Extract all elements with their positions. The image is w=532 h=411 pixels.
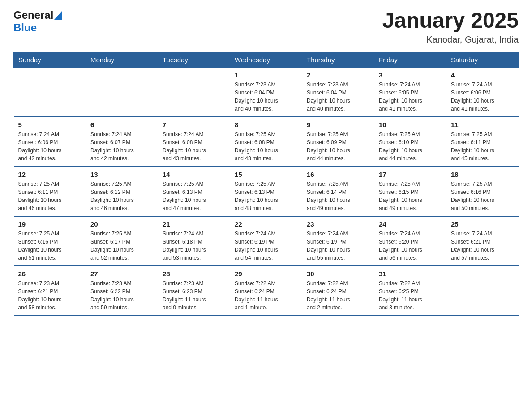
column-header-wednesday: Wednesday (230, 52, 302, 67)
calendar-cell: 18Sunrise: 7:25 AM Sunset: 6:16 PM Dayli… (446, 167, 519, 216)
day-number: 28 (163, 270, 225, 278)
day-info: Sunrise: 7:24 AM Sunset: 6:07 PM Dayligh… (90, 130, 153, 163)
day-info: Sunrise: 7:24 AM Sunset: 6:06 PM Dayligh… (451, 81, 514, 113)
day-info: Sunrise: 7:25 AM Sunset: 6:10 PM Dayligh… (379, 130, 442, 163)
day-info: Sunrise: 7:25 AM Sunset: 6:14 PM Dayligh… (307, 180, 369, 212)
day-number: 12 (18, 171, 82, 178)
calendar-cell: 2Sunrise: 7:23 AM Sunset: 6:04 PM Daylig… (302, 67, 374, 117)
day-number: 17 (379, 171, 442, 178)
day-number: 15 (235, 171, 297, 178)
calendar-cell: 12Sunrise: 7:25 AM Sunset: 6:11 PM Dayli… (14, 167, 86, 216)
calendar-cell (14, 67, 86, 117)
calendar-week-row: 1Sunrise: 7:23 AM Sunset: 6:04 PM Daylig… (14, 67, 519, 117)
day-info: Sunrise: 7:25 AM Sunset: 6:13 PM Dayligh… (163, 180, 225, 212)
calendar-cell: 25Sunrise: 7:24 AM Sunset: 6:21 PM Dayli… (446, 216, 519, 266)
day-number: 24 (379, 220, 442, 228)
day-info: Sunrise: 7:25 AM Sunset: 6:11 PM Dayligh… (18, 180, 82, 212)
day-number: 29 (235, 270, 297, 278)
day-info: Sunrise: 7:23 AM Sunset: 6:21 PM Dayligh… (18, 279, 82, 312)
calendar-table: SundayMondayTuesdayWednesdayThursdayFrid… (13, 52, 519, 316)
calendar-cell: 5Sunrise: 7:24 AM Sunset: 6:06 PM Daylig… (14, 117, 86, 167)
day-number: 11 (451, 121, 514, 128)
column-header-thursday: Thursday (302, 52, 374, 67)
day-info: Sunrise: 7:25 AM Sunset: 6:15 PM Dayligh… (379, 180, 442, 212)
calendar-cell: 1Sunrise: 7:23 AM Sunset: 6:04 PM Daylig… (230, 67, 302, 117)
day-number: 7 (163, 121, 225, 128)
day-info: Sunrise: 7:25 AM Sunset: 6:11 PM Dayligh… (451, 130, 514, 163)
day-info: Sunrise: 7:25 AM Sunset: 6:17 PM Dayligh… (90, 230, 153, 262)
day-info: Sunrise: 7:25 AM Sunset: 6:16 PM Dayligh… (18, 230, 82, 262)
main-title: January 2025 (382, 9, 519, 33)
day-info: Sunrise: 7:22 AM Sunset: 6:24 PM Dayligh… (235, 279, 297, 312)
calendar-cell: 30Sunrise: 7:22 AM Sunset: 6:24 PM Dayli… (302, 266, 374, 316)
day-info: Sunrise: 7:23 AM Sunset: 6:04 PM Dayligh… (235, 81, 297, 113)
calendar-cell: 31Sunrise: 7:22 AM Sunset: 6:25 PM Dayli… (374, 266, 446, 316)
column-header-saturday: Saturday (446, 52, 519, 67)
title-block: January 2025 Kanodar, Gujarat, India (382, 9, 519, 45)
calendar-cell: 29Sunrise: 7:22 AM Sunset: 6:24 PM Dayli… (230, 266, 302, 316)
day-info: Sunrise: 7:24 AM Sunset: 6:18 PM Dayligh… (163, 230, 225, 262)
day-info: Sunrise: 7:22 AM Sunset: 6:25 PM Dayligh… (379, 279, 442, 312)
day-info: Sunrise: 7:24 AM Sunset: 6:06 PM Dayligh… (18, 130, 82, 163)
day-info: Sunrise: 7:25 AM Sunset: 6:13 PM Dayligh… (235, 180, 297, 212)
day-number: 26 (18, 270, 82, 278)
calendar-cell: 17Sunrise: 7:25 AM Sunset: 6:15 PM Dayli… (374, 167, 446, 216)
logo-blue-text: Blue (13, 21, 37, 34)
calendar-cell: 23Sunrise: 7:24 AM Sunset: 6:19 PM Dayli… (302, 216, 374, 266)
svg-marker-0 (54, 11, 62, 20)
calendar-week-row: 12Sunrise: 7:25 AM Sunset: 6:11 PM Dayli… (14, 167, 519, 216)
column-header-monday: Monday (86, 52, 158, 67)
day-number: 16 (307, 171, 369, 178)
calendar-cell: 20Sunrise: 7:25 AM Sunset: 6:17 PM Dayli… (86, 216, 158, 266)
column-header-sunday: Sunday (14, 52, 86, 67)
column-header-friday: Friday (374, 52, 446, 67)
day-number: 21 (163, 220, 225, 228)
day-info: Sunrise: 7:24 AM Sunset: 6:21 PM Dayligh… (451, 230, 514, 262)
calendar-cell: 7Sunrise: 7:24 AM Sunset: 6:08 PM Daylig… (158, 117, 230, 167)
calendar-cell: 3Sunrise: 7:24 AM Sunset: 6:05 PM Daylig… (374, 67, 446, 117)
day-number: 18 (451, 171, 514, 178)
calendar-cell: 21Sunrise: 7:24 AM Sunset: 6:18 PM Dayli… (158, 216, 230, 266)
day-info: Sunrise: 7:22 AM Sunset: 6:24 PM Dayligh… (307, 279, 369, 312)
day-number: 30 (307, 270, 369, 278)
day-info: Sunrise: 7:25 AM Sunset: 6:12 PM Dayligh… (90, 180, 153, 212)
calendar-week-row: 26Sunrise: 7:23 AM Sunset: 6:21 PM Dayli… (14, 266, 519, 316)
calendar-cell: 14Sunrise: 7:25 AM Sunset: 6:13 PM Dayli… (158, 167, 230, 216)
day-info: Sunrise: 7:24 AM Sunset: 6:19 PM Dayligh… (235, 230, 297, 262)
day-number: 22 (235, 220, 297, 228)
day-number: 25 (451, 220, 514, 228)
calendar-header-row: SundayMondayTuesdayWednesdayThursdayFrid… (14, 52, 519, 67)
logo-triangle-icon (54, 11, 62, 20)
day-info: Sunrise: 7:24 AM Sunset: 6:19 PM Dayligh… (307, 230, 369, 262)
calendar-cell: 9Sunrise: 7:25 AM Sunset: 6:09 PM Daylig… (302, 117, 374, 167)
calendar-cell: 26Sunrise: 7:23 AM Sunset: 6:21 PM Dayli… (14, 266, 86, 316)
day-number: 27 (90, 270, 153, 278)
calendar-cell: 10Sunrise: 7:25 AM Sunset: 6:10 PM Dayli… (374, 117, 446, 167)
calendar-cell: 13Sunrise: 7:25 AM Sunset: 6:12 PM Dayli… (86, 167, 158, 216)
day-info: Sunrise: 7:23 AM Sunset: 6:22 PM Dayligh… (90, 279, 153, 312)
calendar-cell: 24Sunrise: 7:24 AM Sunset: 6:20 PM Dayli… (374, 216, 446, 266)
calendar-cell: 16Sunrise: 7:25 AM Sunset: 6:14 PM Dayli… (302, 167, 374, 216)
day-info: Sunrise: 7:24 AM Sunset: 6:20 PM Dayligh… (379, 230, 442, 262)
logo: General Blue (13, 9, 63, 34)
day-info: Sunrise: 7:25 AM Sunset: 6:16 PM Dayligh… (451, 180, 514, 212)
day-info: Sunrise: 7:25 AM Sunset: 6:09 PM Dayligh… (307, 130, 369, 163)
calendar-cell (446, 266, 519, 316)
page-header: General Blue January 2025 Kanodar, Gujar… (13, 9, 519, 45)
calendar-week-row: 5Sunrise: 7:24 AM Sunset: 6:06 PM Daylig… (14, 117, 519, 167)
calendar-cell: 27Sunrise: 7:23 AM Sunset: 6:22 PM Dayli… (86, 266, 158, 316)
day-info: Sunrise: 7:24 AM Sunset: 6:05 PM Dayligh… (379, 81, 442, 113)
day-info: Sunrise: 7:23 AM Sunset: 6:23 PM Dayligh… (163, 279, 225, 312)
day-number: 2 (307, 71, 369, 79)
day-number: 9 (307, 121, 369, 128)
day-number: 31 (379, 270, 442, 278)
day-number: 19 (18, 220, 82, 228)
column-header-tuesday: Tuesday (158, 52, 230, 67)
calendar-week-row: 19Sunrise: 7:25 AM Sunset: 6:16 PM Dayli… (14, 216, 519, 266)
day-number: 1 (235, 71, 297, 79)
day-number: 3 (379, 71, 442, 79)
day-number: 6 (90, 121, 153, 128)
day-number: 10 (379, 121, 442, 128)
day-number: 20 (90, 220, 153, 228)
subtitle: Kanodar, Gujarat, India (382, 34, 519, 45)
